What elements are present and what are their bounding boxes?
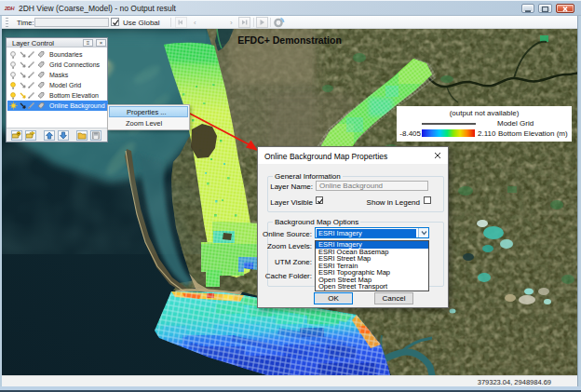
svg-text:EFDC+ Demonstration: EFDC+ Demonstration: [237, 34, 342, 46]
